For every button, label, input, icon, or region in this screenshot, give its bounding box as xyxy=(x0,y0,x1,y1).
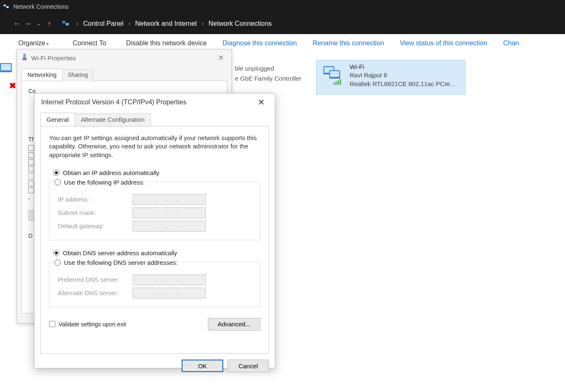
breadcrumb-root[interactable]: Control Panel xyxy=(81,20,125,27)
view-status-button[interactable]: View status of this connection xyxy=(394,39,493,47)
ipv4-button-row: OK Cancel xyxy=(35,360,275,378)
diagnose-button[interactable]: Diagnose this connection xyxy=(217,39,303,47)
ethernet-tile-icon-partial xyxy=(0,61,18,79)
obtain-dns-auto-radio[interactable] xyxy=(53,250,59,256)
obtain-ip-auto-radio[interactable] xyxy=(53,170,59,176)
window-titlebar: Network Connections xyxy=(0,0,565,13)
svg-rect-16 xyxy=(23,54,26,58)
use-ip-radio[interactable] xyxy=(54,179,61,185)
disable-device-button[interactable]: Disable this network device xyxy=(120,39,212,47)
wifi-adapter: Realtek RTL8821CE 802.11ac PCIe... xyxy=(350,80,455,88)
up-button[interactable]: ↑ xyxy=(44,20,55,28)
svg-rect-11 xyxy=(330,71,339,77)
use-dns-label: Use the following DNS server addresses: xyxy=(64,259,178,266)
wifi-tile-icon xyxy=(321,63,345,88)
ok-button[interactable]: OK xyxy=(182,360,223,372)
ipv4-body: You can get IP settings assigned automat… xyxy=(40,126,269,354)
validate-settings-label: Validate settings upon exit xyxy=(59,321,126,328)
default-gateway-input[interactable]: . . . xyxy=(133,221,206,232)
validate-settings-checkbox[interactable] xyxy=(49,321,55,327)
navigation-bar: ← → ⌄ ↑ › Control Panel › Network and In… xyxy=(0,13,565,34)
breadcrumb-separator: › xyxy=(73,21,81,27)
sharing-tab[interactable]: Sharing xyxy=(62,69,93,81)
location-icon xyxy=(62,20,70,28)
svg-rect-13 xyxy=(336,81,337,85)
alternate-configuration-tab[interactable]: Alternate Configuration xyxy=(74,113,151,127)
use-dns-radio[interactable] xyxy=(54,259,61,266)
wifi-props-titlebar: Wi-Fi Properties ✕ xyxy=(17,49,232,66)
breadcrumb-separator: › xyxy=(125,21,133,27)
svg-rect-5 xyxy=(66,23,69,25)
network-icon xyxy=(2,3,10,10)
forward-button[interactable]: → xyxy=(22,20,33,28)
ipv4-help-text: You can get IP settings assigned automat… xyxy=(49,134,260,159)
change-settings-button-truncated[interactable]: Chan xyxy=(497,39,525,47)
ethernet-disconnected-icon: ✖ xyxy=(9,81,16,91)
adapter-icon xyxy=(21,54,28,62)
ethernet-adapter-partial: e GbE Family Controller xyxy=(235,75,301,82)
networking-tab[interactable]: Networking xyxy=(21,69,63,81)
svg-rect-2 xyxy=(4,5,6,6)
breadcrumb-separator: › xyxy=(198,21,207,27)
ipv4-titlebar: Internet Protocol Version 4 (TCP/IPv4) P… xyxy=(35,94,275,111)
default-gateway-label: Default gateway: xyxy=(58,222,133,229)
ipv4-close-button[interactable]: ✕ xyxy=(254,96,268,109)
ipv4-properties-dialog: Internet Protocol Version 4 (TCP/IPv4) P… xyxy=(34,93,275,368)
wifi-name: Wi-Fi xyxy=(350,63,455,71)
subnet-mask-label: Subnet mask: xyxy=(58,209,133,216)
svg-rect-17 xyxy=(22,58,27,60)
subnet-mask-input[interactable]: . . . xyxy=(133,207,206,218)
preferred-dns-label: Preferred DNS server: xyxy=(58,276,133,283)
back-button[interactable]: ← xyxy=(12,20,22,28)
obtain-ip-auto-label: Obtain an IP address automatically xyxy=(63,169,159,176)
use-ip-label: Use the following IP address: xyxy=(64,179,145,186)
svg-rect-12 xyxy=(333,83,335,85)
organize-menu[interactable]: Organize xyxy=(12,39,54,47)
ip-address-label: IP address: xyxy=(58,196,133,203)
wifi-tile-text: Wi-Fi Ravi Rajput 8 Realtek RTL8821CE 80… xyxy=(350,63,455,88)
svg-rect-7 xyxy=(1,64,11,70)
general-tab[interactable]: General xyxy=(40,113,75,126)
svg-rect-14 xyxy=(338,80,339,85)
history-dropdown[interactable]: ⌄ xyxy=(33,21,44,27)
obtain-dns-auto-label: Obtain DNS server address automatically xyxy=(63,249,177,256)
preferred-dns-input[interactable]: . . . xyxy=(133,274,206,285)
wifi-props-close-button[interactable]: ✕ xyxy=(215,52,227,64)
breadcrumb-l2[interactable]: Network and Internet xyxy=(133,20,199,27)
window-title: Network Connections xyxy=(13,3,69,10)
alternate-dns-input[interactable]: . . . xyxy=(133,288,206,298)
ipv4-title: Internet Protocol Version 4 (TCP/IPv4) P… xyxy=(41,99,186,106)
connect-to-button[interactable]: Connect To xyxy=(67,39,112,47)
rename-button[interactable]: Rename this connection xyxy=(307,39,390,47)
wifi-ssid: Ravi Rajput 8 xyxy=(350,71,455,79)
wifi-props-title: Wi-Fi Properties xyxy=(31,54,76,62)
ipv4-tabs: General Alternate Configuration xyxy=(40,113,275,126)
cancel-button[interactable]: Cancel xyxy=(227,360,269,372)
svg-rect-4 xyxy=(62,21,66,23)
wifi-props-tabs: Networking Sharing xyxy=(21,69,232,81)
wifi-connection-tile[interactable]: Wi-Fi Ravi Rajput 8 Realtek RTL8821CE 80… xyxy=(316,60,466,95)
advanced-button[interactable]: Advanced... xyxy=(208,318,260,330)
alternate-dns-label: Alternate DNS server: xyxy=(58,289,133,296)
svg-rect-15 xyxy=(340,79,341,85)
svg-rect-3 xyxy=(7,6,9,7)
ethernet-status-partial: ble unplugged xyxy=(235,65,274,72)
breadcrumb-l3[interactable]: Network Connections xyxy=(207,20,273,27)
ip-address-input[interactable]: . . . xyxy=(133,194,206,205)
